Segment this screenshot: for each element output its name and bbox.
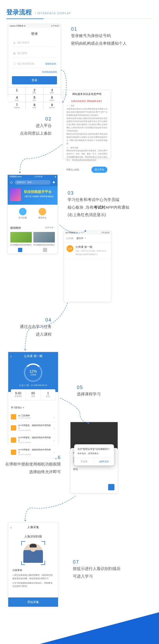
key-6[interactable]: 6MNO bbox=[43, 95, 61, 102]
search-bar: 搜索知识、讲师… bbox=[8, 179, 58, 186]
numeric-keypad: 1 2ABC 3DEF 4GHI 5JKL 6MNO 7PQRS 8TUV 9W… bbox=[8, 87, 61, 109]
tab-profile[interactable] bbox=[33, 248, 58, 252]
section-title: 疫情防控 bbox=[10, 226, 21, 230]
task-date: 开始：2020-03-20 结束：2020-09-12 bbox=[76, 250, 106, 252]
step-text: (右上角红色消息显示) bbox=[68, 211, 129, 219]
face-scan-area bbox=[21, 541, 45, 565]
login-button[interactable]: 登录 bbox=[12, 76, 57, 84]
start-scan-button[interactable]: 开始采集 bbox=[8, 597, 58, 607]
step-number: 02 bbox=[20, 116, 52, 122]
chevron-down-icon: ⌄ bbox=[54, 416, 55, 418]
login-title: 登录 bbox=[8, 28, 61, 39]
step-text: 核心板块 ,当有考试时APP内有通知 bbox=[68, 204, 129, 211]
comment-section[interactable]: 评论 bbox=[73, 466, 115, 473]
step-text: 点击同意以上条款 bbox=[20, 130, 52, 137]
tab-public[interactable]: 公共课 bbox=[66, 237, 73, 240]
phone-home: 中国电信 ●●●●上午10:30■ 搜索知识、讲师… 职业技能提升平台 大国工匠… bbox=[7, 175, 58, 254]
bell-icon[interactable] bbox=[52, 181, 55, 184]
status-bar: ●●●●● 中国电信 令上午10:21 bbox=[8, 24, 61, 28]
avatar-placeholder bbox=[23, 543, 43, 563]
notes-title: 注意事项 bbox=[12, 569, 54, 572]
exam-center-icon[interactable]: 考试中心 bbox=[38, 208, 47, 219]
progress-ring: 12% 已完成 bbox=[24, 363, 42, 382]
doc-icon bbox=[11, 437, 16, 443]
step-number: 01 bbox=[71, 26, 127, 32]
more-link[interactable]: 更多内容 › bbox=[45, 226, 55, 230]
deny-button[interactable]: 不允许 bbox=[74, 458, 94, 465]
chevron-down-icon: ⌄ bbox=[54, 451, 55, 453]
decorative-triangle bbox=[40, 612, 159, 644]
permission-dialog: 允许"智慧云学堂"访问相机吗？ 具体包括：使用摄像头。 不允许 始终允许 bbox=[74, 444, 114, 465]
chevron-down-icon: ⌄ bbox=[54, 427, 55, 429]
page-subtitle: / INTERFACE DISPLAY bbox=[35, 12, 71, 15]
step-text: 通过点击学习任务 bbox=[20, 323, 52, 331]
search-input[interactable]: 搜索知识、讲师… bbox=[15, 180, 51, 185]
refresh-icon[interactable] bbox=[10, 181, 13, 184]
task-note: 报名截止时间所有课程学习 bbox=[76, 253, 106, 256]
agreement-body: 一、 协议 本服务条款是您与本单位网络教育咨询有限公司 该协议就注册普通用户登录… bbox=[63, 104, 111, 162]
lesson-item[interactable]: 02.中国智造：领跑世界的中国高铁1共1小节 0.00学分⌄ bbox=[8, 422, 58, 434]
step-number: 04 bbox=[20, 317, 52, 323]
stat-stages: 1阶段 bbox=[41, 389, 55, 400]
edit-icon[interactable] bbox=[108, 484, 114, 490]
agreement-title: 网站服务协议及免责声明 bbox=[63, 90, 111, 98]
dialog-title: 允许"智慧云学堂"访问相机吗？ bbox=[74, 444, 114, 452]
svg-rect-2 bbox=[14, 63, 15, 65]
stage-title: 学习阶段1 bbox=[11, 406, 22, 409]
step-text: 选择课程学习 bbox=[77, 390, 101, 398]
lesson-item[interactable]: 04.中国智造：领跑世界的中国高铁3共1小节 0.00学分⌄ bbox=[8, 446, 58, 458]
key-2[interactable]: 2ABC bbox=[26, 87, 43, 94]
step-text: 在弹框中授权使用相机功能权限 bbox=[5, 460, 61, 468]
banner-image bbox=[10, 188, 21, 201]
step-text: 进入课程 bbox=[20, 331, 52, 338]
lesson-item[interactable]: 03.中国智造：领跑世界的中国高铁2共1小节 0.00学分⌄ bbox=[8, 434, 58, 446]
chevron-down-icon: ⌄ bbox=[54, 439, 55, 441]
phone-face-scan: 人像采集 人脸识别扫描 注意事项 1.若已记录自然人脸识别验证，请先前往拍摄设置… bbox=[8, 522, 58, 607]
bottom-tabbar bbox=[8, 246, 58, 254]
task-badge-icon: 公共 bbox=[67, 245, 73, 252]
home-banner[interactable]: 职业技能提升平台 大国工匠 与您携行 情系职场 稳岗位 bbox=[8, 186, 58, 205]
status-bar: ●● 中国电信 令上午10:21 bbox=[64, 231, 111, 235]
find-password-link[interactable]: 找考勤登陆密码 bbox=[12, 71, 57, 74]
username-field[interactable]: 输入手机号 bbox=[12, 39, 57, 47]
lesson-item[interactable]: 01.工匠精神共1小节 0.00学分⌄ bbox=[8, 412, 58, 422]
step-number: 05 bbox=[77, 385, 101, 390]
phone-login: ●●●●● 中国电信 令上午10:21 登录 输入手机号 输入密码 输入手机验证… bbox=[8, 24, 61, 98]
step-text: 学习任务和考试中心为学员端 bbox=[68, 196, 129, 204]
header-divider bbox=[6, 19, 153, 19]
phone-course: 公共课 第一期 12% 已完成 总 投入人数：10 日期 2020-09-12 … bbox=[8, 352, 58, 444]
course-header: 公共课 第一期 bbox=[8, 352, 58, 360]
doc-icon bbox=[11, 414, 16, 419]
step-number: 07 bbox=[73, 559, 121, 565]
step-text: 选择始终允许即可 bbox=[5, 468, 61, 476]
tab-ongoing[interactable]: 进行中 bbox=[76, 237, 83, 240]
doc-icon bbox=[11, 425, 16, 431]
allow-button[interactable]: 始终允许 bbox=[94, 458, 114, 465]
key-4[interactable]: 4GHI bbox=[8, 95, 25, 102]
tab-home[interactable] bbox=[8, 248, 33, 252]
status-bar: 中国电信 ●●●●上午10:30■ bbox=[8, 175, 58, 179]
note-text: 2.学习时请保持器像头对着自己，否则将无法记录学习时长 bbox=[12, 582, 54, 588]
key-5[interactable]: 5JKL bbox=[26, 95, 43, 102]
study-task-icon[interactable]: 学习任务 bbox=[19, 208, 27, 219]
step-text: 登录账号为身份证号码 bbox=[71, 32, 127, 40]
agreement-warning: 注册前请先阅读【网站服务条款】 bbox=[63, 100, 111, 103]
key-1[interactable]: 1 bbox=[8, 87, 25, 94]
face-header: 人像采集 bbox=[8, 523, 58, 532]
step-text: 密码由机构或企业单独通知个人 bbox=[71, 40, 127, 47]
note-text: 1.若已记录自然人脸识别验证，请先前往拍摄设置自然功能，验证登录后才能学习 bbox=[12, 574, 54, 581]
page-title: 登录流程 bbox=[6, 8, 32, 16]
step-number: 03 bbox=[68, 190, 129, 196]
agree-checkbox[interactable]: 同意以上条款 bbox=[67, 168, 79, 171]
key-9[interactable]: 9WXYZ bbox=[43, 102, 61, 109]
key-3[interactable]: 3DEF bbox=[43, 87, 61, 94]
get-code-link[interactable]: 获取验证码 bbox=[45, 62, 56, 65]
task-item[interactable]: 公共 公共课 第一期 开始：2020-03-20 结束：2020-09-12 报… bbox=[64, 243, 111, 259]
password-field[interactable]: 输入密码 bbox=[12, 49, 57, 57]
svg-point-0 bbox=[14, 42, 15, 43]
stat-hours: 9.00课课用时 bbox=[11, 389, 26, 400]
key-7[interactable]: 7PQRS bbox=[8, 102, 25, 109]
code-field[interactable]: 输入手机验证码获取验证码 bbox=[12, 60, 57, 68]
enter-platform-button[interactable]: 进入平台 bbox=[91, 167, 107, 173]
key-8[interactable]: 8TUV bbox=[26, 102, 43, 109]
